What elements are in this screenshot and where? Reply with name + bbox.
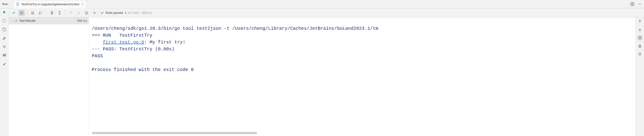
svg-rect-8 (4, 54, 6, 55)
console-output[interactable]: /Users/cheng/sdk/go1.20.3/bin/go tool te… (89, 17, 635, 136)
scroll-down-icon[interactable] (638, 27, 642, 31)
tree-root-time: 559 ms (77, 19, 87, 22)
console-line: /Users/cheng/sdk/go1.20.3/bin/go tool te… (92, 26, 378, 31)
layout-icon[interactable] (2, 53, 6, 57)
svg-rect-7 (3, 54, 4, 55)
svg-rect-3 (17, 4, 18, 5)
horizontal-scrollbar[interactable] (92, 132, 632, 134)
console-line: --- PASS: TestFirstTry (0.00s) (92, 46, 174, 52)
run-label: Run: (2, 2, 8, 6)
console-file-link[interactable]: first_test.go:6 (103, 40, 144, 45)
toggle-auto-test-icon[interactable] (2, 27, 6, 32)
run-tab-bar: Run: TestFirstTry in mygoland/geekvideo/… (0, 0, 644, 8)
run-icon[interactable] (2, 10, 6, 14)
console-line-indent (92, 40, 103, 45)
svg-rect-2 (17, 4, 18, 4)
collapse-all-icon[interactable] (56, 10, 63, 16)
console-line: PASS (92, 53, 103, 59)
chevron-down-icon (10, 19, 13, 22)
svg-text:1: 1 (33, 11, 34, 12)
rerun-failed-icon[interactable] (2, 19, 6, 23)
run-configuration-tab[interactable]: TestFirstTry in mygoland/geekvideo/ch2/t… (13, 0, 86, 8)
go-file-icon (16, 2, 20, 6)
test-tree-root[interactable]: Test Results 559 ms (9, 17, 89, 24)
soft-wrap-icon[interactable] (637, 35, 642, 40)
status-prefix: Tests passed: (105, 11, 124, 14)
show-passed-icon[interactable] (10, 10, 17, 16)
status-of-text: of 1 test – 559 ms (128, 11, 152, 14)
tab-title: TestFirstTry in mygoland/geekvideo/ch2/t… (21, 2, 79, 6)
svg-rect-17 (639, 45, 640, 46)
test-toolbar: 12 (9, 8, 644, 17)
svg-rect-1 (17, 3, 18, 3)
print-icon[interactable] (638, 44, 642, 48)
wrench-icon[interactable] (2, 36, 6, 40)
console-line: Process finished with the exit code 0 (92, 67, 194, 72)
show-ignored-icon[interactable] (18, 10, 25, 16)
console-line-rest: : My first try! (144, 40, 186, 45)
test-status-text: Tests passed: 1 of 1 test – 559 ms (100, 11, 152, 15)
scroll-up-icon[interactable] (638, 20, 642, 23)
close-icon[interactable]: × (82, 2, 84, 6)
more-icon[interactable] (91, 10, 98, 16)
stop-icon[interactable] (2, 45, 6, 49)
sort-by-duration-icon[interactable] (38, 10, 44, 16)
minimize-icon[interactable] (638, 2, 642, 6)
console-line: === RUN TestFirstTry (92, 33, 152, 38)
tree-root-label: Test Results (19, 19, 36, 22)
svg-point-4 (632, 3, 633, 4)
pin-icon[interactable] (2, 62, 6, 66)
expand-all-icon[interactable] (49, 10, 55, 16)
svg-rect-6 (3, 46, 5, 48)
prev-test-icon[interactable] (68, 10, 74, 16)
clear-icon[interactable] (638, 52, 642, 56)
check-icon (15, 19, 18, 22)
right-action-gutter (635, 17, 644, 136)
svg-text:2: 2 (33, 13, 34, 14)
status-passed-count: 1 (125, 11, 127, 14)
next-test-icon[interactable] (76, 10, 82, 16)
import-test-results-icon[interactable] (83, 10, 90, 16)
svg-rect-9 (3, 55, 6, 56)
left-action-gutter (0, 8, 9, 136)
sort-alphabetically-icon[interactable]: 12 (30, 10, 36, 16)
test-tree: Test Results 559 ms (9, 17, 89, 136)
svg-line-11 (21, 12, 22, 14)
gear-icon[interactable] (630, 2, 634, 6)
